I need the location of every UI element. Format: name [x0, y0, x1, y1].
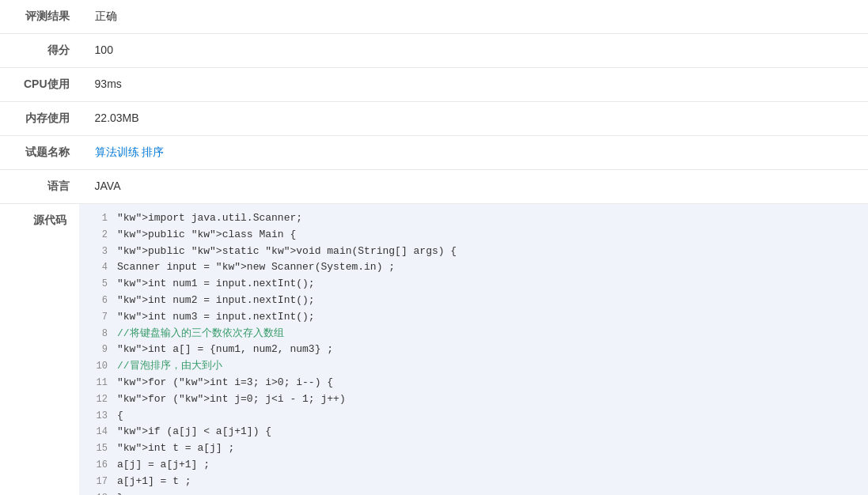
memory-label: 内存使用	[0, 102, 82, 136]
line-number: 13	[85, 409, 108, 424]
code-line: 2"kw">public "kw">class Main {	[79, 227, 868, 244]
line-number: 15	[85, 441, 108, 456]
main-container: 评测结果 正确 得分 100 CPU使用 93ms 内存使用 22.03MB 试…	[0, 0, 868, 495]
code-line: 9"kw">int a[] = {num1, num2, num3} ;	[79, 342, 868, 358]
line-number: 4	[85, 260, 108, 275]
line-content: "kw">import java.util.Scanner;	[117, 210, 302, 227]
lang-value: JAVA	[82, 170, 868, 204]
code-line: 6"kw">int num2 = input.nextInt();	[79, 293, 868, 309]
line-content: }	[117, 490, 123, 495]
line-content: //将键盘输入的三个数依次存入数组	[117, 326, 284, 342]
score-row: 得分 100	[0, 34, 868, 68]
code-section: 源代码 1"kw">import java.util.Scanner;2"kw"…	[0, 204, 868, 495]
code-line: 8//将键盘输入的三个数依次存入数组	[79, 326, 868, 342]
line-number: 17	[85, 474, 108, 489]
code-line: 7"kw">int num3 = input.nextInt();	[79, 309, 868, 326]
code-line: 12"kw">for ("kw">int j=0; j<i - 1; j++)	[79, 391, 868, 408]
line-number: 6	[85, 293, 108, 308]
memory-value: 22.03MB	[82, 102, 868, 136]
problem-row: 试题名称 算法训练 排序	[0, 136, 868, 170]
problem-value[interactable]: 算法训练 排序	[82, 136, 868, 170]
cpu-value: 93ms	[82, 68, 868, 102]
line-number: 2	[85, 228, 108, 243]
code-label: 源代码	[0, 204, 79, 495]
code-line: 14"kw">if (a[j] < a[j+1]) {	[79, 424, 868, 440]
code-line: 3"kw">public "kw">static "kw">void main(…	[79, 244, 868, 260]
code-line: 16a[j] = a[j+1] ;	[79, 457, 868, 474]
line-content: {	[117, 408, 123, 425]
line-number: 18	[85, 491, 108, 495]
line-content: //冒泡排序，由大到小	[117, 358, 222, 375]
line-content: "kw">int t = a[j] ;	[117, 440, 234, 457]
line-number: 10	[85, 359, 108, 374]
line-number: 14	[85, 425, 108, 440]
info-table: 评测结果 正确 得分 100 CPU使用 93ms 内存使用 22.03MB 试…	[0, 0, 868, 204]
line-number: 1	[85, 211, 108, 226]
memory-row: 内存使用 22.03MB	[0, 102, 868, 136]
line-number: 3	[85, 244, 108, 259]
line-number: 16	[85, 458, 108, 473]
line-content: "kw">int num3 = input.nextInt();	[117, 309, 315, 326]
line-number: 7	[85, 310, 108, 325]
lang-label: 语言	[0, 170, 82, 204]
cpu-row: CPU使用 93ms	[0, 68, 868, 102]
line-content: "kw">int a[] = {num1, num2, num3} ;	[117, 342, 333, 358]
line-number: 8	[85, 327, 108, 342]
code-line: 18}	[79, 490, 868, 495]
result-label: 评测结果	[0, 0, 82, 34]
result-row: 评测结果 正确	[0, 0, 868, 34]
problem-label: 试题名称	[0, 136, 82, 170]
code-line: 4Scanner input = "kw">new Scanner(System…	[79, 259, 868, 276]
line-content: "kw">public "kw">static "kw">void main(S…	[117, 244, 457, 260]
line-number: 9	[85, 342, 108, 357]
code-block: 1"kw">import java.util.Scanner;2"kw">pub…	[79, 204, 868, 495]
result-value: 正确	[82, 0, 868, 34]
lang-row: 语言 JAVA	[0, 170, 868, 204]
score-label: 得分	[0, 34, 82, 68]
line-content: "kw">for ("kw">int j=0; j<i - 1; j++)	[117, 391, 346, 408]
line-content: Scanner input = "kw">new Scanner(System.…	[117, 259, 395, 276]
code-line: 1"kw">import java.util.Scanner;	[79, 210, 868, 227]
line-content: "kw">public "kw">class Main {	[117, 227, 296, 244]
line-content: "kw">int num1 = input.nextInt();	[117, 276, 315, 293]
code-line: 5"kw">int num1 = input.nextInt();	[79, 276, 868, 293]
code-line: 10//冒泡排序，由大到小	[79, 358, 868, 375]
line-content: "kw">for ("kw">int i=3; i>0; i--) {	[117, 375, 333, 391]
line-number: 5	[85, 277, 108, 292]
score-value: 100	[82, 34, 868, 68]
line-number: 11	[85, 376, 108, 391]
code-line: 17a[j+1] = t ;	[79, 474, 868, 490]
code-line: 13{	[79, 408, 868, 425]
line-number: 12	[85, 392, 108, 407]
cpu-label: CPU使用	[0, 68, 82, 102]
code-line: 11"kw">for ("kw">int i=3; i>0; i--) {	[79, 375, 868, 391]
code-line: 15"kw">int t = a[j] ;	[79, 440, 868, 457]
line-content: a[j] = a[j+1] ;	[117, 457, 210, 474]
line-content: a[j+1] = t ;	[117, 474, 191, 490]
line-content: "kw">int num2 = input.nextInt();	[117, 293, 315, 309]
line-content: "kw">if (a[j] < a[j+1]) {	[117, 424, 271, 440]
